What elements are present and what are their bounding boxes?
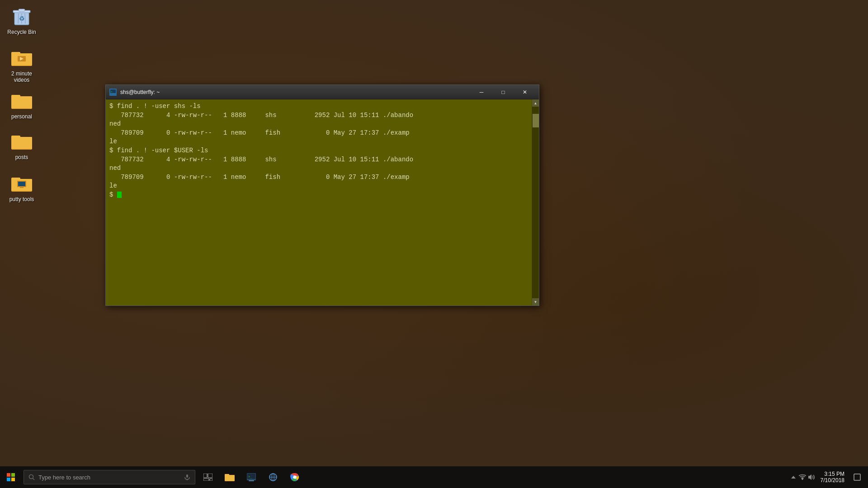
svg-rect-17 [11,137,32,149]
scrollbar-thumb[interactable] [533,114,539,127]
svg-point-56 [802,479,802,480]
svg-rect-23 [20,187,24,188]
task-view-icon [203,474,212,481]
maximize-button[interactable]: □ [493,85,514,99]
sound-icon [808,474,815,481]
file-explorer-taskbar-button[interactable] [219,466,241,488]
search-input[interactable] [38,474,184,481]
svg-rect-36 [208,474,212,478]
putty-icon: >_ [246,473,256,482]
svg-rect-58 [854,474,860,480]
chrome-taskbar-button[interactable] [284,466,306,488]
svg-rect-22 [18,182,25,186]
putty-tools-icon[interactable]: putty tools [4,171,40,204]
svg-rect-27 [7,473,10,477]
svg-rect-45 [249,480,254,481]
svg-rect-29 [7,478,10,481]
windows-logo-icon [7,473,15,481]
posts-folder-icon[interactable]: posts [4,129,40,162]
personal-folder-label: personal [11,113,32,120]
network-tray-icon[interactable] [799,474,806,481]
terminal-window: >_ shs@butterfly: ~ ─ □ ✕ $ find . ! -us… [105,84,539,306]
network-tray-svg [799,474,806,480]
svg-rect-41 [225,475,235,481]
taskbar-apps: >_ [197,466,790,488]
chrome-icon [290,472,300,482]
network-icon [268,473,278,482]
taskbar-right-section: 3:15 PM 7/10/2018 [790,466,868,488]
svg-rect-28 [11,473,15,477]
scrollbar-down-button[interactable]: ▼ [532,298,539,305]
task-view-button[interactable] [197,466,219,488]
svg-point-31 [29,475,33,479]
svg-rect-35 [203,474,207,478]
2-minute-videos-label: 2 minute videos [5,70,38,84]
microphone-icon [184,474,190,480]
taskbar-search-bar[interactable] [24,470,195,484]
terminal-scrollbar[interactable]: ▲ ▼ [532,99,539,305]
svg-rect-30 [11,478,15,481]
clock-section[interactable]: 3:15 PM 7/10/2018 [817,471,848,484]
clock-time: 3:15 PM [824,471,844,477]
notification-icon [854,474,861,481]
svg-rect-33 [186,474,188,478]
svg-line-32 [33,479,35,480]
svg-rect-38 [210,479,212,481]
expand-tray-icon [791,475,796,479]
close-button[interactable]: ✕ [514,85,535,99]
window-controls: ─ □ ✕ [471,85,535,99]
file-explorer-icon [225,473,235,481]
notification-button[interactable] [850,466,864,488]
minimize-button[interactable]: ─ [471,85,492,99]
recycle-bin-icon[interactable]: ♻ Recycle Bin [4,4,40,37]
svg-marker-53 [791,476,796,479]
expand-tray-button[interactable] [790,474,797,481]
clock-date: 7/10/2018 [821,477,844,483]
svg-rect-14 [11,96,32,108]
svg-text:>_: >_ [248,475,252,479]
terminal-content[interactable]: $ find . ! -user shs -ls 787732 4 -rw-rw… [106,99,532,305]
svg-text:>_: >_ [111,90,114,94]
posts-folder-label: posts [15,154,28,160]
personal-folder-icon[interactable]: personal [4,88,40,122]
svg-rect-37 [203,479,209,481]
scrollbar-up-button[interactable]: ▲ [532,99,539,107]
putty-taskbar-button[interactable]: >_ [241,466,262,488]
taskbar: >_ [0,466,868,488]
svg-marker-57 [808,474,811,480]
start-button[interactable] [0,466,22,488]
network-taskbar-button[interactable] [262,466,284,488]
putty-tools-label: putty tools [9,196,34,202]
terminal-body[interactable]: $ find . ! -user shs -ls 787732 4 -rw-rw… [106,99,539,305]
svg-point-52 [293,476,297,479]
terminal-titlebar: >_ shs@butterfly: ~ ─ □ ✕ [106,85,539,99]
terminal-title-text: shs@butterfly: ~ [120,89,471,95]
2-minute-videos-icon[interactable]: 2 minute videos [4,45,40,85]
search-icon [28,474,35,480]
terminal-title-icon: >_ [109,89,117,96]
sound-tray-icon[interactable] [808,474,815,481]
svg-rect-2 [19,9,25,11]
recycle-bin-label: Recycle Bin [7,29,36,35]
